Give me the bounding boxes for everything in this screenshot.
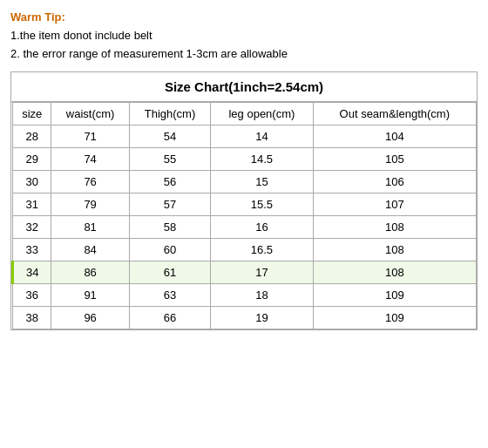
table-cell: 60 <box>129 239 210 261</box>
table-cell: 56 <box>129 171 210 193</box>
table-cell: 15.5 <box>211 193 313 216</box>
table-header-cell: waist(cm) <box>51 103 129 126</box>
warm-tip-line2: 2. the error range of measurement 1-3cm … <box>10 45 478 64</box>
table-body: 2871541410429745514.51053076561510631795… <box>13 126 477 329</box>
table-row: 33846016.5108 <box>13 239 477 261</box>
table-row: 32815816108 <box>13 216 477 239</box>
table-cell: 14 <box>211 126 313 148</box>
table-cell: 30 <box>13 171 51 193</box>
table-cell: 107 <box>313 193 476 216</box>
table-cell: 96 <box>51 307 129 329</box>
table-cell: 71 <box>51 126 129 148</box>
table-cell: 33 <box>13 239 51 261</box>
table-cell: 15 <box>211 171 313 193</box>
table-cell: 57 <box>129 193 210 216</box>
table-cell: 19 <box>211 307 313 329</box>
table-cell: 16 <box>211 216 313 239</box>
table-cell: 86 <box>51 261 129 284</box>
table-cell: 54 <box>129 126 210 148</box>
table-cell: 61 <box>129 261 210 284</box>
table-cell: 18 <box>211 284 313 307</box>
table-cell: 108 <box>313 239 476 261</box>
table-cell: 38 <box>13 307 51 329</box>
table-row: 28715414104 <box>13 126 477 148</box>
table-header-cell: Thigh(cm) <box>129 103 210 126</box>
table-cell: 28 <box>13 126 51 148</box>
table-cell: 104 <box>313 126 476 148</box>
table-row: 29745514.5105 <box>13 148 477 171</box>
size-chart-table: sizewaist(cm)Thigh(cm)leg open(cm)Out se… <box>11 102 477 329</box>
table-cell: 63 <box>129 284 210 307</box>
table-cell: 58 <box>129 216 210 239</box>
table-header-cell: size <box>13 103 51 126</box>
table-row: 34866117108 <box>13 261 477 284</box>
table-cell: 79 <box>51 193 129 216</box>
table-row: 30765615106 <box>13 171 477 193</box>
table-cell: 106 <box>313 171 476 193</box>
table-cell: 16.5 <box>211 239 313 261</box>
table-cell: 14.5 <box>211 148 313 171</box>
table-cell: 84 <box>51 239 129 261</box>
table-cell: 31 <box>13 193 51 216</box>
table-cell: 81 <box>51 216 129 239</box>
table-cell: 32 <box>13 216 51 239</box>
table-cell: 55 <box>129 148 210 171</box>
table-cell: 108 <box>313 216 476 239</box>
table-cell: 66 <box>129 307 210 329</box>
table-row: 31795715.5107 <box>13 193 477 216</box>
table-cell: 109 <box>313 307 476 329</box>
table-cell: 109 <box>313 284 476 307</box>
table-cell: 91 <box>51 284 129 307</box>
table-cell: 74 <box>51 148 129 171</box>
table-cell: 34 <box>13 261 51 284</box>
table-header-cell: Out seam&length(cm) <box>313 103 476 126</box>
size-chart-wrapper: Size Chart(1inch=2.54cm) sizewaist(cm)Th… <box>10 71 478 330</box>
table-cell: 105 <box>313 148 476 171</box>
size-chart-title: Size Chart(1inch=2.54cm) <box>11 72 477 102</box>
table-cell: 76 <box>51 171 129 193</box>
table-header-cell: leg open(cm) <box>211 103 313 126</box>
table-cell: 17 <box>211 261 313 284</box>
warm-tip-title: Warm Tip: <box>10 9 478 27</box>
table-row: 36916318109 <box>13 284 477 307</box>
table-row: 38966619109 <box>13 307 477 329</box>
warm-tip-line1: 1.the item donot include belt <box>10 27 478 45</box>
table-cell: 29 <box>13 148 51 171</box>
table-header-row: sizewaist(cm)Thigh(cm)leg open(cm)Out se… <box>13 103 477 126</box>
table-cell: 36 <box>13 284 51 307</box>
table-cell: 108 <box>313 261 476 284</box>
warm-tip-section: Warm Tip: 1.the item donot include belt … <box>10 9 478 63</box>
